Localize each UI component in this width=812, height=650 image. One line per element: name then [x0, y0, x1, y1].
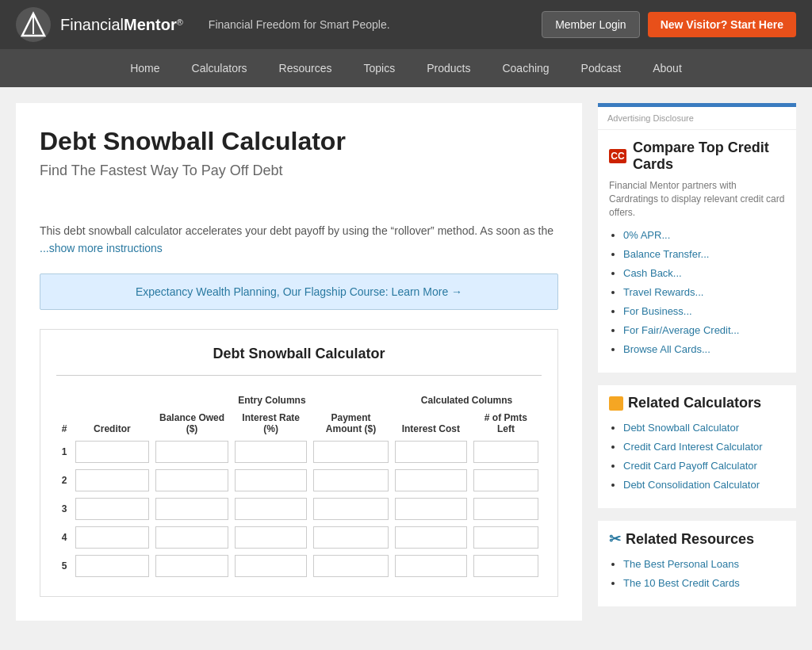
top-header: FinancialMentor® Financial Freedom for S…: [0, 0, 812, 49]
related-calc-title: Related Calculators: [609, 395, 785, 411]
nav-products[interactable]: Products: [411, 49, 486, 87]
interest-cost-cell[interactable]: [392, 495, 470, 523]
show-more-link[interactable]: ...show more instructions: [40, 242, 163, 254]
new-visitor-button[interactable]: New Visitor? Start Here: [648, 12, 796, 37]
interest-input[interactable]: [235, 526, 307, 549]
payment-input[interactable]: [313, 469, 389, 491]
balance-cell[interactable]: [152, 552, 232, 580]
interest-cost-cell[interactable]: [392, 552, 470, 580]
interest-cost-input[interactable]: [395, 498, 467, 520]
balance-input[interactable]: [155, 441, 228, 463]
col-pmts-left-header: # of Pmts Left: [470, 409, 542, 438]
list-item: The 10 Best Credit Cards: [623, 576, 785, 589]
nav-home[interactable]: Home: [114, 49, 175, 87]
interest-input[interactable]: [235, 441, 307, 463]
interest-cost-input[interactable]: [395, 555, 467, 577]
payment-cell[interactable]: [310, 438, 392, 466]
creditor-cell[interactable]: [72, 523, 152, 552]
credit-card-link[interactable]: Browse All Cards...: [623, 343, 710, 355]
balance-cell[interactable]: [152, 466, 232, 495]
creditor-cell[interactable]: [72, 495, 152, 523]
interest-cost-input[interactable]: [395, 441, 467, 463]
main-nav: Home Calculators Resources Topics Produc…: [0, 49, 812, 87]
nav-podcast[interactable]: Podcast: [565, 49, 638, 87]
related-calc-link[interactable]: Credit Card Interest Calculator: [623, 441, 763, 453]
payment-input[interactable]: [313, 441, 389, 463]
interest-cell[interactable]: [232, 552, 310, 580]
related-calc-link[interactable]: Debt Consolidation Calculator: [623, 479, 760, 491]
payment-input[interactable]: [313, 555, 389, 577]
creditor-cell[interactable]: [72, 438, 152, 466]
interest-input[interactable]: [235, 469, 307, 491]
payment-cell[interactable]: [310, 523, 392, 552]
interest-input[interactable]: [235, 555, 307, 577]
payment-input[interactable]: [313, 498, 389, 520]
related-resource-link[interactable]: The Best Personal Loans: [623, 558, 739, 570]
credit-card-link[interactable]: For Fair/Average Credit...: [623, 324, 739, 336]
related-resource-link[interactable]: The 10 Best Credit Cards: [623, 577, 740, 589]
interest-cell[interactable]: [232, 466, 310, 495]
interest-cost-input[interactable]: [395, 469, 467, 491]
credit-card-link[interactable]: Travel Rewards...: [623, 286, 703, 298]
list-item: Balance Transfer...: [623, 247, 785, 260]
pmts-left-input[interactable]: [473, 555, 538, 577]
interest-input[interactable]: [235, 498, 307, 520]
nav-resources[interactable]: Resources: [263, 49, 348, 87]
creditor-input[interactable]: [75, 469, 149, 491]
creditor-cell[interactable]: [72, 466, 152, 495]
payment-cell[interactable]: [310, 466, 392, 495]
pmts-left-input[interactable]: [473, 441, 538, 463]
related-calc-link[interactable]: Credit Card Payoff Calculator: [623, 460, 757, 472]
member-login-button[interactable]: Member Login: [542, 11, 640, 38]
payment-cell[interactable]: [310, 495, 392, 523]
creditor-input[interactable]: [75, 441, 149, 463]
pmts-left-input[interactable]: [473, 526, 538, 549]
page-subtitle: Find The Fastest Way To Pay Off Debt: [40, 162, 558, 179]
credit-card-link[interactable]: For Business...: [623, 305, 692, 317]
creditor-input[interactable]: [75, 498, 149, 520]
row-num: 3: [56, 495, 72, 523]
interest-cost-cell[interactable]: [392, 466, 470, 495]
related-calc-link[interactable]: Debt Snowball Calculator: [623, 422, 739, 434]
creditor-input[interactable]: [75, 526, 149, 549]
balance-input[interactable]: [155, 498, 228, 520]
balance-input[interactable]: [155, 555, 228, 577]
pmts-left-input[interactable]: [473, 498, 538, 520]
pmts-left-cell[interactable]: [470, 466, 542, 495]
pmts-left-cell[interactable]: [470, 552, 542, 580]
credit-card-link[interactable]: Cash Back...: [623, 267, 682, 279]
row-num: 1: [56, 438, 72, 466]
balance-input[interactable]: [155, 526, 228, 549]
interest-cell[interactable]: [232, 495, 310, 523]
balance-cell[interactable]: [152, 495, 232, 523]
pmts-left-input[interactable]: [473, 469, 538, 491]
nav-topics[interactable]: Topics: [348, 49, 412, 87]
table-row: 4: [56, 523, 542, 552]
payment-input[interactable]: [313, 526, 389, 549]
payment-cell[interactable]: [310, 552, 392, 580]
orange-square-icon: [609, 396, 623, 411]
pmts-left-cell[interactable]: [470, 495, 542, 523]
interest-cost-cell[interactable]: [392, 438, 470, 466]
col-creditor-header: Creditor: [72, 392, 152, 438]
interest-cell[interactable]: [232, 523, 310, 552]
creditor-cell[interactable]: [72, 552, 152, 580]
page-title: Debt Snowball Calculator: [40, 127, 558, 156]
credit-card-link[interactable]: Balance Transfer...: [623, 248, 709, 260]
nav-calculators[interactable]: Calculators: [176, 49, 263, 87]
balance-input[interactable]: [155, 469, 228, 491]
entry-cols-header: Entry Columns: [152, 392, 392, 409]
table-row: 2: [56, 466, 542, 495]
pmts-left-cell[interactable]: [470, 523, 542, 552]
interest-cost-input[interactable]: [395, 526, 467, 549]
promo-link[interactable]: Expectancy Wealth Planning, Our Flagship…: [136, 285, 462, 298]
balance-cell[interactable]: [152, 523, 232, 552]
interest-cell[interactable]: [232, 438, 310, 466]
interest-cost-cell[interactable]: [392, 523, 470, 552]
balance-cell[interactable]: [152, 438, 232, 466]
nav-coaching[interactable]: Coaching: [486, 49, 565, 87]
credit-card-link[interactable]: 0% APR...: [623, 229, 670, 241]
pmts-left-cell[interactable]: [470, 438, 542, 466]
nav-about[interactable]: About: [637, 49, 698, 87]
creditor-input[interactable]: [75, 555, 149, 577]
